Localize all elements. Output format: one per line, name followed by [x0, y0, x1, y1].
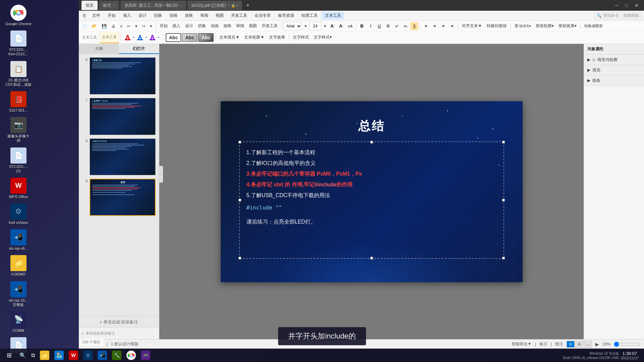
bold-btn[interactable]: B — [358, 22, 366, 30]
font-size-down-btn[interactable]: ▾ — [303, 22, 309, 31]
smart-label[interactable]: 智能美化▼ — [512, 341, 532, 347]
handle-tr[interactable] — [502, 141, 505, 143]
tab-chapter4[interactable]: 第四章: 建立工...亮第一颗LED × — [120, 1, 186, 10]
fill-outline-header[interactable]: ▶ ◇ 填充与轮廓 — [584, 55, 644, 65]
desktop-icon-wps[interactable]: W WPS Office — [3, 176, 34, 200]
redo-btn[interactable]: ↪ — [140, 22, 147, 31]
desktop-icon-stc32g1[interactable]: 📄 STC32G-...Keil-C51C... — [3, 29, 34, 58]
open-file-btn[interactable]: 📂 — [90, 22, 99, 31]
desktop-icon-stc-isp-15[interactable]: 📲 stc-isp-15...完整版 — [3, 280, 34, 308]
undo-btn[interactable]: ↩ — [125, 22, 132, 31]
switch-section-btn[interactable]: 切换 — [196, 22, 208, 31]
desktop-icon-23-usb[interactable]: 📋 23-通过USBCDC协议...成版 — [3, 60, 34, 88]
wps-taskbar-btn[interactable]: W — [67, 349, 80, 361]
big-a-red-btn[interactable]: A — [124, 34, 131, 41]
font-size-input[interactable] — [309, 22, 321, 30]
menu-show[interactable]: 放映 — [181, 12, 196, 19]
slide-item-8[interactable]: 8 4.使能当前下资工程 — [82, 138, 156, 176]
close-btn[interactable]: ✕ — [632, 2, 641, 9]
convert-shape-btn[interactable]: 转换到形状 — [485, 22, 509, 31]
tool-taskbar-btn[interactable]: 🔧 — [110, 349, 123, 361]
abc-btn-1[interactable]: Abc — [166, 33, 181, 42]
tab-shell-close[interactable]: × — [113, 4, 115, 7]
play-btn[interactable]: ▶ — [595, 342, 599, 347]
handle-bm[interactable] — [370, 257, 373, 259]
grow-font-btn[interactable]: A↑ — [329, 22, 337, 30]
show-section-btn[interactable]: 放映 — [221, 22, 233, 31]
menu-dev-tools[interactable]: 开发工具 — [228, 12, 251, 19]
slide-item-9[interactable]: 9 总结 — [82, 178, 156, 217]
slide-item-7[interactable]: 7 3.点亮第一个LED — [82, 97, 156, 136]
store-btn[interactable]: 🏪 — [52, 349, 66, 361]
align-right-btn[interactable]: ≡ — [439, 22, 447, 30]
font-family-select[interactable]: Arial — [283, 22, 302, 30]
game-taskbar-btn[interactable]: 🎮 — [139, 349, 152, 361]
redo-dropdown[interactable]: ▾ — [148, 22, 154, 31]
big-a-red-dropdown[interactable]: ▾ — [132, 34, 136, 42]
fill-header[interactable]: ▶ 填充 — [584, 65, 644, 75]
line-header[interactable]: ▶ 线条 — [584, 75, 644, 85]
desktop-icon-stc-isp-v6[interactable]: 📲 stc-isp-v6... — [3, 228, 34, 252]
abc-btn-3[interactable]: Abc — [198, 33, 214, 42]
desktop-icon-demo[interactable]: 📁 0.DEMO — [3, 254, 34, 278]
file-manager-btn[interactable]: 📁 — [38, 349, 51, 361]
big-a-purple-dropdown[interactable]: ▾ — [157, 34, 161, 42]
keil-taskbar-btn[interactable]: ⚙ — [81, 349, 95, 361]
menu-view[interactable]: 视图 — [212, 12, 227, 19]
undo-dropdown[interactable]: ▾ — [133, 22, 139, 31]
zoom-slider[interactable] — [614, 342, 641, 347]
comment-area[interactable]: ≡ 单击此处添加备注 — [79, 327, 159, 339]
panel-tab-outline[interactable]: 大纲 — [79, 44, 119, 54]
desktop-icon-camera[interactable]: 📷 摄像头录像大师 — [3, 116, 34, 144]
shrink-font-btn[interactable]: A↓ — [337, 22, 345, 30]
tab-add-btn[interactable]: + — [243, 1, 253, 10]
save-btn[interactable]: 💾 — [100, 22, 109, 31]
desktop-icon-keil[interactable]: ⚙ Keil uVision — [3, 202, 34, 226]
menu-sidebar-toggle[interactable]: ☰ — [80, 11, 88, 20]
handle-mr[interactable] — [502, 199, 505, 201]
maximize-btn[interactable]: □ — [623, 2, 631, 9]
new-file-btn[interactable]: 📄 — [80, 22, 89, 31]
align-justify-btn[interactable]: ≡ — [448, 22, 456, 30]
comments-label[interactable]: 批注 — [555, 341, 563, 347]
text-effect-btn[interactable]: 文字效果 — [267, 33, 287, 42]
subscript-btn[interactable]: x₂ — [401, 22, 410, 30]
menu-switch[interactable]: 切换 — [151, 12, 165, 19]
align-left-btn[interactable]: ≡ — [422, 22, 430, 30]
shape-effect-btn[interactable]: 形状效果▾ — [556, 22, 579, 31]
handle-tm[interactable] — [370, 141, 373, 143]
design-section-btn[interactable]: 设计 — [183, 22, 195, 31]
menu-shell-res[interactable]: 板壳资源 — [275, 12, 298, 19]
tab-home[interactable]: 首页 — [82, 1, 98, 10]
format-painter-btn[interactable]: ⎋ — [118, 22, 124, 31]
strikethrough-btn[interactable]: S — [384, 22, 392, 30]
grid-view-btn[interactable]: ⊞ — [575, 341, 583, 348]
tab-pdf[interactable]: stc32g.pdf (已加密) × 🔒 × — [187, 1, 242, 10]
big-a-blue-btn[interactable]: A — [137, 34, 144, 41]
desktop-icon-comm[interactable]: 📡 COMM — [3, 310, 34, 334]
read-view-btn[interactable]: 📖 — [584, 341, 592, 348]
stc-isp-taskbar-btn[interactable]: 📲 — [96, 349, 109, 361]
animation-section-btn[interactable]: 动画 — [209, 22, 221, 31]
print-btn[interactable]: 🖨 — [109, 22, 117, 31]
panel-collapse-btn[interactable]: ‹ — [158, 166, 163, 183]
menu-insert[interactable]: 插入 — [120, 12, 135, 19]
menu-start[interactable]: 开始 — [104, 12, 119, 19]
menu-vip[interactable]: 会员专享 — [251, 12, 274, 19]
text-style-1[interactable]: 文字样式 — [291, 33, 311, 42]
desktop-icon-stc32g2[interactable]: 📄 STC32G-...(2) — [3, 146, 34, 175]
big-a-blue-dropdown[interactable]: ▾ — [144, 34, 148, 42]
shape-outline-btn[interactable]: 形状轮廓▾ — [534, 22, 556, 31]
insert-section-btn[interactable]: 插入 — [170, 22, 182, 31]
normal-view-btn[interactable]: ⊟ — [567, 341, 575, 348]
menu-text-tools[interactable]: 文本工具 — [322, 12, 344, 19]
font-format-section[interactable]: 文本工具 — [100, 32, 119, 43]
tab-shell[interactable]: 板壳 × — [99, 1, 119, 10]
search-taskbar-btn[interactable]: 🔍 — [17, 349, 28, 361]
panel-tab-slides[interactable]: 幻灯片 — [119, 44, 159, 54]
desktop-icon-5327[interactable]: 📕 5327.601... — [3, 90, 34, 114]
underline-btn[interactable]: U — [375, 22, 383, 30]
align-text-btn[interactable]: 对齐文本▼ — [460, 22, 484, 31]
big-a-purple-btn[interactable]: A — [149, 34, 156, 41]
convert-to-shape-btn[interactable]: 转换成图形 — [582, 22, 605, 31]
